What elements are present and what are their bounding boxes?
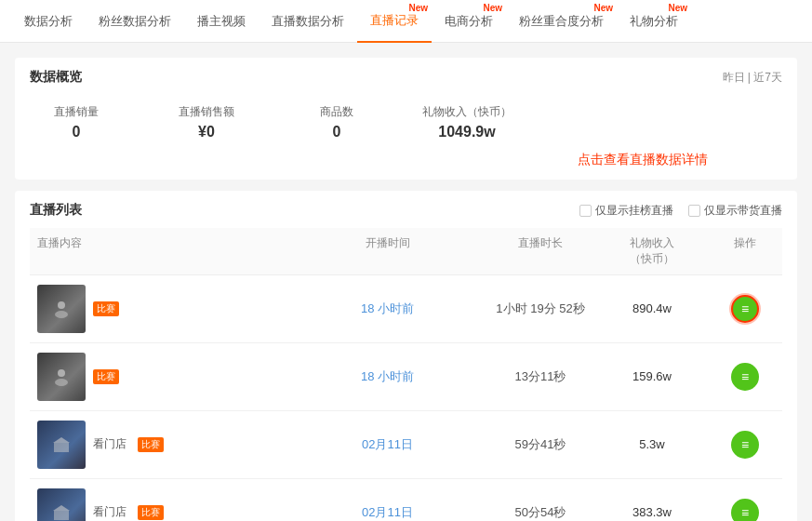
col-header-start-time: 开播时间 <box>290 235 485 267</box>
col-header-gift-label2: （快币） <box>630 251 674 267</box>
filter-separator: | <box>748 71 751 84</box>
data-overview-card: 数据概览 昨日 | 近7天 直播销量 0 直播销售额 ¥0 商品数 0 礼物收入… <box>15 58 797 180</box>
row4-action: ≡ <box>708 499 782 521</box>
svg-point-1 <box>55 311 68 318</box>
filter-hangbang-label: 仅显示挂榜直播 <box>595 203 673 219</box>
row1-gift-income: 890.4w <box>596 301 708 315</box>
table-header: 直播内容 开播时间 直播时长 礼物收入 （快币） 操作 <box>30 228 782 275</box>
stat-live-sales: 直播销量 0 <box>30 104 123 140</box>
stat-product-count: 商品数 0 <box>290 104 383 140</box>
row3-title: 看门店 <box>93 436 126 452</box>
row1-start-time: 18 小时前 <box>290 301 485 317</box>
stats-row: 直播销量 0 直播销售额 ¥0 商品数 0 礼物收入（快币） 1049.9w <box>30 97 782 148</box>
row4-tag: 比赛 <box>138 505 164 520</box>
overview-title: 数据概览 <box>30 69 82 86</box>
new-badge-gift: New <box>668 4 687 13</box>
list-header: 直播列表 仅显示挂榜直播 仅显示带货直播 <box>30 202 782 219</box>
store-icon <box>50 434 73 456</box>
row1-content: 比赛 <box>30 285 290 333</box>
row2-duration: 13分11秒 <box>485 368 596 385</box>
person-silhouette-icon <box>50 366 73 388</box>
yesterday-filter[interactable]: 昨日 <box>723 71 745 84</box>
date-filter[interactable]: 昨日 | 近7天 <box>723 70 783 86</box>
row2-action: ≡ <box>708 363 782 391</box>
list-title: 直播列表 <box>30 202 82 219</box>
row3-content: 看门店 比赛 <box>30 421 290 469</box>
filter-daihuo[interactable]: 仅显示带货直播 <box>688 203 782 219</box>
row2-detail-button[interactable]: ≡ <box>731 363 759 391</box>
row4-gift-income: 383.3w <box>596 505 708 519</box>
filter-hangbang[interactable]: 仅显示挂榜直播 <box>579 203 673 219</box>
row1-duration: 1小时 19分 52秒 <box>485 301 596 317</box>
row2-content: 比赛 <box>30 353 290 401</box>
nav-item-live-analysis[interactable]: 直播数据分析 <box>259 0 357 43</box>
filter-daihuo-label: 仅显示带货直播 <box>704 203 782 219</box>
stat-product-count-label: 商品数 <box>320 104 353 120</box>
row4-duration: 50分54秒 <box>485 504 596 521</box>
nav-item-live-record[interactable]: 直播记录 New <box>357 0 432 43</box>
svg-rect-5 <box>54 511 69 520</box>
row4-thumbnail <box>37 488 86 521</box>
col-header-duration: 直播时长 <box>485 235 596 267</box>
row3-detail-button[interactable]: ≡ <box>731 431 759 459</box>
nav-item-ecom-analysis[interactable]: 电商分析 New <box>432 0 506 43</box>
row3-start-time: 02月11日 <box>290 436 485 453</box>
table-row: 看门店 比赛 02月11日 50分54秒 383.3w ≡ <box>30 479 782 521</box>
row4-title: 看门店 <box>93 504 126 520</box>
svg-rect-4 <box>54 443 69 452</box>
filter-options: 仅显示挂榜直播 仅显示带货直播 <box>579 203 782 219</box>
stat-gift-income: 礼物收入（快币） 1049.9w <box>420 104 513 140</box>
row3-tag: 比赛 <box>138 437 164 452</box>
stat-live-sales-label: 直播销量 <box>54 104 99 120</box>
row2-tag: 比赛 <box>93 369 119 384</box>
row1-action: ≡ <box>708 295 782 323</box>
new-badge-live-record: New <box>408 4 428 13</box>
nav-item-gift-analysis[interactable]: 礼物分析 New <box>617 0 691 43</box>
checkbox-hangbang[interactable] <box>579 205 592 217</box>
top-navigation: 数据分析 粉丝数据分析 播主视频 直播数据分析 直播记录 New 电商分析 Ne… <box>0 0 812 43</box>
live-list-section: 直播列表 仅显示挂榜直播 仅显示带货直播 直播内容 开播时间 直播时长 礼物收入… <box>15 191 797 521</box>
nav-item-fan-analysis[interactable]: 粉丝数据分析 <box>86 0 184 43</box>
new-badge-fan-overlap: New <box>593 4 613 13</box>
annotation-container: 点击查看直播数据详情 <box>30 152 782 168</box>
stat-live-sales-value: 0 <box>73 124 81 140</box>
person-silhouette-icon <box>50 298 73 320</box>
stat-live-revenue-value: ¥0 <box>198 124 215 140</box>
row3-gift-income: 5.3w <box>596 437 708 451</box>
row4-detail-button[interactable]: ≡ <box>731 499 759 521</box>
stat-gift-income-value: 1049.9w <box>438 124 495 140</box>
annotation-text: 点击查看直播数据详情 <box>578 152 708 168</box>
checkbox-daihuo[interactable] <box>688 205 700 217</box>
row1-detail-button[interactable]: ≡ <box>731 295 759 323</box>
row2-gift-income: 159.6w <box>596 369 708 383</box>
row1-thumbnail <box>37 285 86 333</box>
svg-point-0 <box>58 301 65 309</box>
col-header-gift-label1: 礼物收入 <box>630 235 674 251</box>
table-row: 比赛 18 小时前 13分11秒 159.6w ≡ <box>30 343 782 411</box>
table-row: 看门店 比赛 02月11日 59分41秒 5.3w ≡ <box>30 411 782 479</box>
nav-item-data-analysis[interactable]: 数据分析 <box>11 0 86 43</box>
row4-start-time: 02月11日 <box>290 504 485 521</box>
stat-live-revenue: 直播销售额 ¥0 <box>160 104 253 140</box>
stat-live-revenue-label: 直播销售额 <box>179 104 234 120</box>
overview-header: 数据概览 昨日 | 近7天 <box>30 69 782 86</box>
col-header-content: 直播内容 <box>30 235 290 267</box>
stat-product-count-value: 0 <box>333 124 341 140</box>
last7days-filter[interactable]: 近7天 <box>753 71 782 84</box>
svg-point-3 <box>55 379 68 386</box>
col-header-gift: 礼物收入 （快币） <box>596 235 708 267</box>
row1-tag: 比赛 <box>93 301 119 316</box>
new-badge-ecom: New <box>483 4 502 13</box>
row3-action: ≡ <box>708 431 782 459</box>
row4-content: 看门店 比赛 <box>30 488 290 521</box>
row3-duration: 59分41秒 <box>485 436 596 453</box>
nav-item-fan-overlap[interactable]: 粉丝重合度分析 New <box>506 0 617 43</box>
nav-item-streamer-video[interactable]: 播主视频 <box>184 0 259 43</box>
svg-point-2 <box>58 369 65 377</box>
main-content: 数据概览 昨日 | 近7天 直播销量 0 直播销售额 ¥0 商品数 0 礼物收入… <box>0 43 812 521</box>
store-icon <box>50 501 73 521</box>
stat-gift-income-label: 礼物收入（快币） <box>422 104 512 120</box>
col-header-action: 操作 <box>708 235 782 267</box>
table-row: 比赛 18 小时前 1小时 19分 52秒 890.4w ≡ <box>30 275 782 343</box>
row2-start-time: 18 小时前 <box>290 368 485 385</box>
